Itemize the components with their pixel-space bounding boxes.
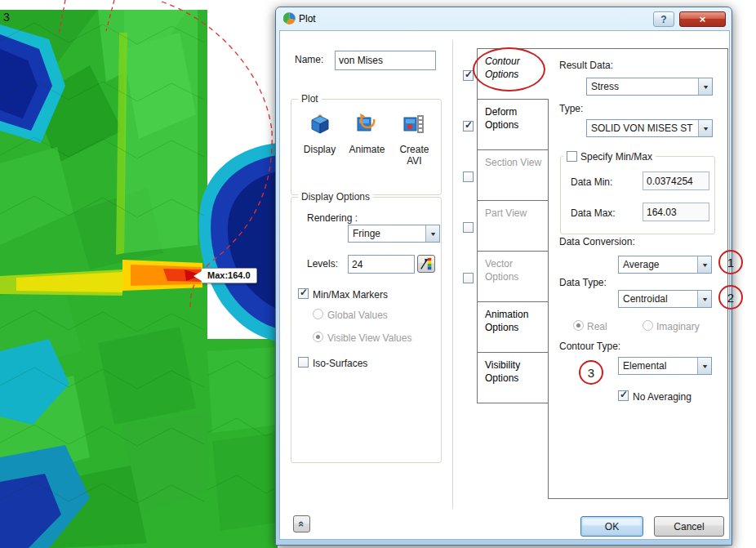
panel-separator	[452, 40, 454, 509]
data-conversion-select[interactable]: Average ▼	[618, 256, 712, 274]
display-plot-icon	[309, 113, 331, 136]
specify-minmax-checkbox[interactable]	[567, 151, 577, 162]
display-button-label: Display	[304, 144, 336, 155]
animate-button[interactable]: Animate	[344, 113, 390, 167]
type-selected-value: SOLID VON MISES ST	[587, 123, 698, 134]
vector-options-checkbox[interactable]	[463, 273, 474, 283]
data-max-input[interactable]	[643, 203, 709, 221]
plot-toolbar: Display Animate	[296, 113, 438, 167]
max-marker-text: Max:164.0	[207, 270, 251, 280]
result-data-selected-value: Stress	[587, 81, 698, 92]
create-avi-icon	[402, 113, 425, 136]
global-values-radio	[313, 309, 323, 319]
max-marker-callout: Max:164.0	[201, 268, 257, 283]
chevron-down-icon: ▼	[697, 256, 711, 273]
plot-group: Plot Display Animate	[291, 99, 442, 195]
name-label: Name:	[295, 54, 323, 65]
chevron-down-icon: ▼	[698, 78, 712, 95]
chevron-down-icon: ▼	[425, 225, 439, 242]
collapse-dialog-button[interactable]: «	[293, 515, 310, 532]
minmax-markers-label: Min/Max Markers	[313, 289, 388, 301]
tab-animation-options[interactable]: Animation Options	[477, 301, 549, 353]
annotation-number: 1	[727, 256, 734, 270]
data-type-selected-value: Centroidal	[619, 293, 697, 305]
visible-view-values-label: Visible View Values	[327, 332, 411, 344]
rendering-selected-value: Fringe	[349, 228, 425, 239]
check-icon: ✓	[300, 287, 308, 298]
annotation-number: 2	[727, 291, 734, 305]
imaginary-radio	[643, 320, 653, 331]
view-number-label: 3	[3, 11, 10, 24]
animate-button-label: Animate	[349, 144, 385, 155]
tab-section-view[interactable]: Section View	[477, 149, 549, 201]
cancel-button[interactable]: Cancel	[654, 516, 724, 537]
annotation-number: 3	[588, 366, 594, 380]
result-data-select[interactable]: Stress ▼	[586, 78, 713, 96]
levels-input[interactable]	[348, 255, 415, 274]
no-averaging-checkbox[interactable]: ✓	[618, 390, 629, 401]
iso-surfaces-label: Iso-Surfaces	[313, 358, 367, 369]
contour-options-panel: Result Data: Stress ▼ Type: SOLID VON MI…	[548, 48, 728, 499]
plot-name-input[interactable]	[335, 51, 436, 70]
data-conversion-selected-value: Average	[619, 259, 697, 270]
plot-group-caption: Plot	[298, 93, 322, 105]
check-icon: ✓	[465, 69, 473, 80]
data-type-label: Data Type:	[559, 277, 607, 288]
annotation-circle-1: 1	[718, 250, 743, 274]
data-min-label: Data Min:	[571, 176, 612, 188]
rendering-label: Rendering :	[307, 212, 358, 224]
real-radio	[573, 320, 584, 331]
close-button[interactable]: ×	[679, 11, 726, 27]
chevron-down-icon: ▼	[697, 358, 711, 374]
plot-app-icon	[283, 12, 296, 25]
collapse-chevrons-icon: «	[296, 521, 308, 527]
contour-type-label: Contour Type:	[559, 341, 620, 352]
tab-visibility-options[interactable]: Visibility Options	[477, 352, 549, 403]
display-button[interactable]: Display	[296, 113, 343, 167]
section-view-checkbox[interactable]	[463, 172, 474, 182]
max-marker-pointer-icon	[193, 271, 202, 281]
chevron-down-icon: ▼	[697, 291, 711, 307]
imaginary-label: Imaginary	[656, 321, 700, 332]
type-select[interactable]: SOLID VON MISES ST ▼	[586, 119, 713, 137]
create-avi-button[interactable]: Create AVI	[391, 113, 438, 167]
deform-options-checkbox[interactable]: ✓	[463, 121, 474, 131]
tab-deform-options[interactable]: Deform Options	[477, 99, 549, 150]
data-type-select[interactable]: Centroidal ▼	[618, 290, 712, 308]
check-icon: ✓	[620, 389, 628, 400]
contour-levels-button[interactable]	[417, 255, 435, 273]
tab-vector-options[interactable]: Vector Options	[477, 251, 549, 302]
global-values-label: Global Values	[327, 310, 388, 321]
check-icon: ✓	[465, 119, 473, 131]
tab-part-view[interactable]: Part View	[477, 200, 549, 252]
minmax-markers-checkbox[interactable]: ✓	[298, 288, 309, 299]
no-averaging-label: No Averaging	[633, 391, 692, 403]
dialog-titlebar[interactable]: Plot ? ×	[276, 7, 732, 30]
annotation-circle-2: 2	[718, 285, 743, 310]
contour-type-select[interactable]: Elemental ▼	[618, 357, 712, 375]
display-options-caption: Display Options	[298, 191, 373, 203]
ok-button[interactable]: OK	[580, 516, 643, 537]
rendering-select[interactable]: Fringe ▼	[348, 225, 440, 243]
chevron-down-icon: ▼	[698, 120, 712, 136]
specify-minmax-label: Specify Min/Max	[580, 151, 652, 163]
result-data-label: Result Data:	[559, 60, 613, 71]
type-label: Type:	[559, 103, 583, 114]
contour-options-annotation-ellipse	[473, 47, 545, 91]
real-label: Real	[587, 321, 607, 332]
data-conversion-label: Data Conversion:	[559, 236, 635, 247]
display-options-group: Display Options Rendering : Fringe ▼ Lev…	[291, 197, 442, 463]
specify-minmax-caption: Specify Min/Max	[563, 149, 656, 163]
help-button[interactable]: ?	[653, 11, 674, 27]
data-max-label: Data Max:	[571, 207, 616, 219]
specify-minmax-group: Specify Min/Max Data Min: Data Max:	[560, 156, 715, 234]
contour-levels-icon	[419, 256, 434, 271]
annotation-circle-3: 3	[579, 360, 603, 385]
contour-options-checkbox[interactable]: ✓	[463, 70, 474, 81]
visible-view-values-radio	[313, 332, 323, 342]
dialog-title: Plot	[299, 13, 316, 25]
create-avi-button-label: Create AVI	[399, 144, 429, 167]
iso-surfaces-checkbox[interactable]	[298, 357, 309, 368]
part-view-checkbox[interactable]	[463, 222, 474, 233]
data-min-input[interactable]	[643, 172, 709, 190]
